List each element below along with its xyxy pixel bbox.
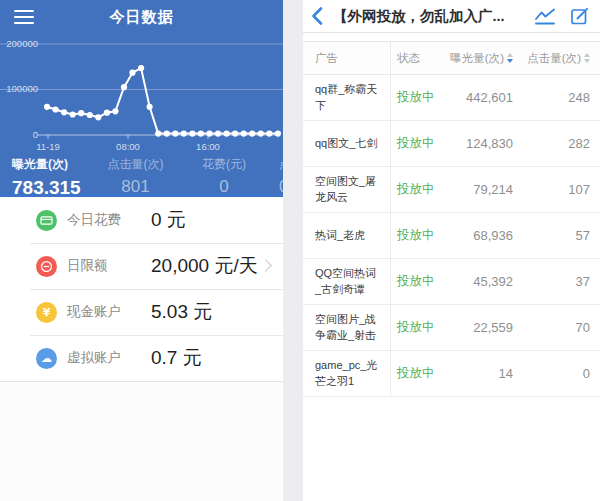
cloud-icon: ☁ xyxy=(36,348,57,369)
left-header: 今日数据 xyxy=(0,0,283,33)
list-item-daily-limit[interactable]: 日限额 20,000 元/天 xyxy=(0,243,283,289)
x-axis-tick: 08:00 xyxy=(108,141,148,152)
compose-button[interactable] xyxy=(570,6,590,26)
screen: 今日数据 200000 100000 0 11-19 08:00 16:00 曝… xyxy=(0,0,600,501)
banknote-icon xyxy=(36,210,57,231)
list-item-today-cost[interactable]: 今日花费 0 元 xyxy=(0,197,283,243)
status-badge: 投放中 xyxy=(391,167,441,212)
status-badge: 投放中 xyxy=(391,259,441,304)
chevron-left-icon xyxy=(311,6,323,26)
status-badge: 投放中 xyxy=(391,305,441,350)
account-list: 今日花费 0 元 日限额 20,000 元/天 ¥ 现金账户 5.03 元 xyxy=(0,197,283,382)
today-data-panel: 今日数据 200000 100000 0 11-19 08:00 16:00 曝… xyxy=(0,0,283,501)
kpi-row: 曝光量(次) 783,315 点击量(次) 801 花费(元) 0 点 0 xyxy=(0,156,283,197)
stat-cost[interactable]: 花费(元) 0 xyxy=(183,156,265,197)
x-axis-tick: 11-19 xyxy=(28,141,68,152)
list-item-virtual-account[interactable]: ☁ 虚拟账户 0.7 元 xyxy=(0,335,283,381)
y-axis-tick: 0 xyxy=(0,129,38,140)
right-header: 【外网投放，勿乱加入广... xyxy=(303,0,600,33)
table-row[interactable]: QQ空间热词_古剑奇谭 投放中 45,392 37 xyxy=(303,259,600,305)
status-badge: 投放中 xyxy=(391,75,441,120)
table-row[interactable]: qq群_称霸天下 投放中 442,601 248 xyxy=(303,75,600,121)
table-row[interactable]: game_pc_光芒之羽1 投放中 14 0 xyxy=(303,351,600,397)
ad-list-panel: 【外网投放，勿乱加入广... 广告 状态 曝 xyxy=(303,0,600,501)
chevron-right-icon xyxy=(259,259,272,272)
table-row[interactable]: 热词_老虎 投放中 68,936 57 xyxy=(303,213,600,259)
x-axis-tick: 16:00 xyxy=(188,141,228,152)
line-chart-canvas xyxy=(0,32,283,156)
column-header-clicks[interactable]: 点击量(次) xyxy=(513,51,600,66)
impressions-trend-chart: 200000 100000 0 11-19 08:00 16:00 xyxy=(0,32,283,156)
sort-icon xyxy=(584,53,590,63)
list-item-cash-account[interactable]: ¥ 现金账户 5.03 元 xyxy=(0,289,283,335)
column-header-status: 状态 xyxy=(391,51,441,66)
dashboard-hero: 今日数据 200000 100000 0 11-19 08:00 16:00 曝… xyxy=(0,0,283,197)
edit-icon xyxy=(570,6,590,26)
page-title: 今日数据 xyxy=(0,8,283,27)
table-row[interactable]: 空间图片_战争霸业_射击 投放中 22,559 70 xyxy=(303,305,600,351)
status-badge: 投放中 xyxy=(391,213,441,258)
column-header-ad: 广告 xyxy=(303,42,391,74)
table-row[interactable]: 空间图文_屠龙风云 投放中 79,214 107 xyxy=(303,167,600,213)
status-badge: 投放中 xyxy=(391,121,441,166)
back-button[interactable] xyxy=(309,4,329,28)
yuan-coin-icon: ¥ xyxy=(36,302,57,323)
y-axis-tick: 200000 xyxy=(0,38,38,49)
line-chart-icon xyxy=(534,7,556,26)
y-axis-tick: 100000 xyxy=(0,83,38,94)
limit-icon xyxy=(36,256,57,277)
table-header: 广告 状态 曝光量(次) 点击量(次) xyxy=(303,41,600,75)
stat-impressions[interactable]: 曝光量(次) 783,315 xyxy=(0,156,88,197)
stat-clipped[interactable]: 点 0 xyxy=(279,156,283,197)
stat-clicks[interactable]: 点击量(次) 801 xyxy=(88,156,183,197)
ad-table-body: qq群_称霸天下 投放中 442,601 248 qq图文_七剑 投放中 124… xyxy=(303,75,600,397)
panel-divider xyxy=(283,0,303,501)
table-row[interactable]: qq图文_七剑 投放中 124,830 282 xyxy=(303,121,600,167)
campaign-title: 【外网投放，勿乱加入广... xyxy=(333,7,520,26)
chart-report-button[interactable] xyxy=(534,7,556,26)
status-badge: 投放中 xyxy=(391,351,441,396)
column-header-impressions[interactable]: 曝光量(次) xyxy=(441,51,513,66)
